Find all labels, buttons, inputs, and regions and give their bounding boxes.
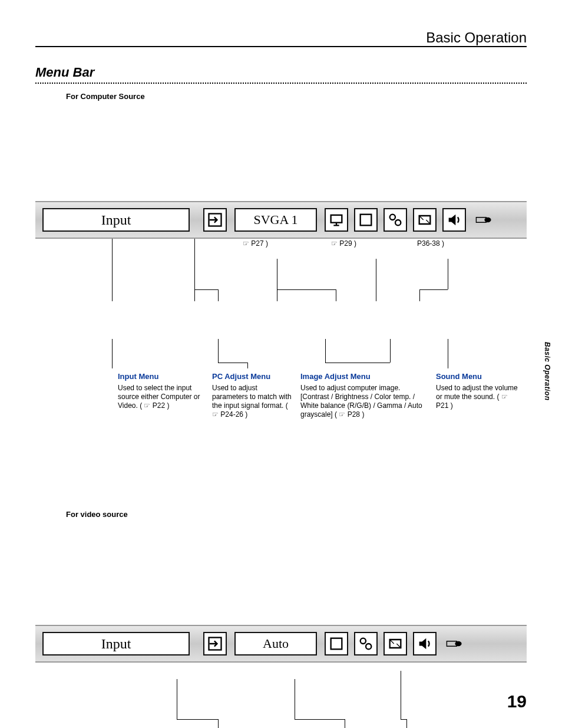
- video-block: Input Menu Used to select the input sour…: [35, 625, 527, 728]
- leader: [325, 339, 326, 363]
- leader: [218, 719, 219, 728]
- svg-point-4: [395, 220, 401, 225]
- screen-menu-icon: [384, 632, 407, 655]
- input-menu-icon: [203, 208, 227, 232]
- callout-desc: Used to select the input source either C…: [118, 384, 206, 410]
- svg-rect-1: [331, 215, 342, 223]
- callout-desc: Used to adjust computer image. [Contrast…: [300, 384, 430, 419]
- leader: [177, 719, 218, 720]
- leader: [194, 289, 218, 290]
- leader: [247, 363, 248, 368]
- leader: [419, 289, 420, 301]
- leader: [390, 339, 391, 363]
- leader: [177, 679, 177, 719]
- svg-point-3: [390, 215, 395, 220]
- leader: [218, 363, 247, 363]
- callout-image-adjust: Image Adjust Menu Used to adjust compute…: [300, 372, 430, 419]
- image-select-icon: [325, 632, 348, 655]
- menu-bar-computer: Input SVGA 1: [35, 201, 527, 239]
- page-number: 19: [507, 691, 527, 711]
- leader: [218, 339, 219, 363]
- screen-menu-icon: [413, 208, 437, 232]
- leader: [277, 289, 336, 290]
- svg-point-10: [455, 641, 461, 646]
- image-adjust-icon: [384, 208, 407, 232]
- callout-desc: Used to adjust parameters to match with …: [212, 384, 295, 419]
- leader: [376, 259, 376, 301]
- computer-block: Guide Window Shows the selected item of …: [35, 201, 527, 475]
- side-tab: Basic Operation: [543, 342, 551, 401]
- section-title: Menu Bar: [35, 65, 527, 80]
- sound-menu-icon: [442, 208, 466, 232]
- callout-title: Input Menu: [118, 372, 206, 381]
- callout-sound: Sound Menu Used to adjust the volume or …: [436, 372, 518, 410]
- callout-title: Sound Menu: [436, 372, 518, 381]
- leader: [401, 671, 401, 719]
- svg-point-5: [484, 218, 491, 222]
- setting-menu-icon: [472, 208, 495, 232]
- leader: [336, 289, 336, 301]
- guide-window-box: Input: [42, 632, 190, 655]
- leader: [419, 289, 448, 290]
- svg-point-8: [361, 638, 366, 644]
- input-menu-icon: [203, 632, 227, 655]
- leader: [295, 719, 345, 720]
- svg-point-9: [366, 644, 371, 649]
- sound-menu-icon: [413, 632, 437, 655]
- leader: [218, 289, 219, 301]
- leader: [112, 238, 113, 301]
- computer-source-heading: For Computer Source: [66, 92, 527, 101]
- callout-input-menu: Input Menu Used to select the input sour…: [118, 372, 206, 410]
- guide-window-box: Input: [42, 208, 190, 232]
- leader: [194, 238, 195, 301]
- image-adjust-icon: [354, 632, 378, 655]
- menu-bar-video: Input Auto: [35, 625, 527, 663]
- video-source-heading: For video source: [66, 510, 527, 519]
- leader: [277, 259, 277, 301]
- svg-rect-2: [361, 215, 372, 226]
- system-box: Auto: [234, 632, 317, 655]
- svg-rect-7: [331, 638, 342, 650]
- leader: [325, 363, 390, 363]
- leader: [448, 339, 448, 368]
- pc-adjust-icon: [325, 208, 348, 232]
- dotted-rule: [35, 83, 527, 84]
- leader: [401, 719, 406, 720]
- header-rule: [35, 46, 527, 47]
- callout-pc-adjust: PC Adjust Menu Used to adjust parameters…: [212, 372, 295, 419]
- leader: [345, 719, 345, 728]
- callout-desc: Used to adjust the volume or mute the so…: [436, 384, 518, 410]
- leader: [295, 679, 295, 719]
- leader: [112, 339, 113, 368]
- callout-title: Image Adjust Menu: [300, 372, 430, 381]
- image-select-icon: [354, 208, 378, 232]
- system-box: SVGA 1: [234, 208, 317, 232]
- callout-title: PC Adjust Menu: [212, 372, 295, 381]
- setting-menu-icon: [442, 632, 466, 655]
- leader: [448, 259, 448, 289]
- leader: [406, 719, 407, 728]
